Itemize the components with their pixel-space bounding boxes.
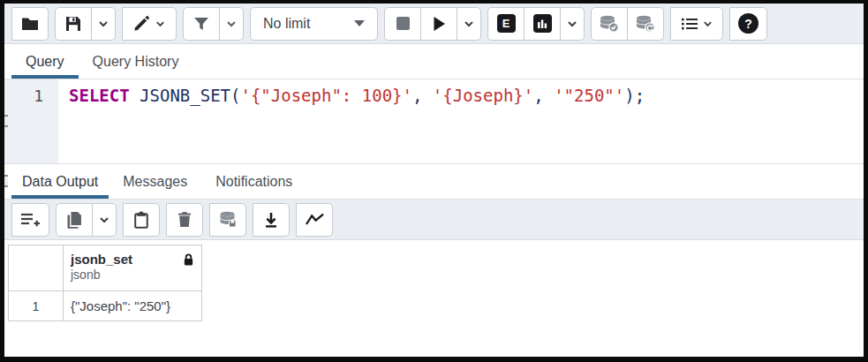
pencil-icon	[133, 15, 150, 32]
grid-header-row: jsonb_set jsonb	[9, 245, 202, 291]
tab-data-output-label: Data Output	[22, 174, 98, 190]
explain-analyze-button[interactable]	[524, 7, 561, 41]
database-save-icon	[219, 211, 237, 228]
screenshot-frame: No limit E	[0, 0, 868, 362]
add-row-button[interactable]	[11, 203, 49, 237]
row-number-header[interactable]	[9, 245, 64, 291]
edit-button[interactable]	[122, 7, 177, 41]
question-icon: ?	[738, 13, 759, 34]
caret-down-icon	[354, 20, 365, 26]
column-header-jsonb-set[interactable]: jsonb_set jsonb	[64, 245, 202, 291]
chevron-down-icon	[98, 20, 109, 27]
row-number-cell[interactable]: 1	[9, 291, 64, 321]
tab-query[interactable]: Query	[11, 44, 79, 79]
panel-grip	[4, 115, 8, 127]
column-type: jsonb	[71, 268, 194, 282]
chevron-down-icon	[99, 216, 109, 223]
tab-messages-label: Messages	[123, 174, 187, 190]
tab-query-history-label: Query History	[93, 54, 179, 70]
database-check-icon	[600, 15, 619, 33]
explain-e-icon: E	[497, 14, 516, 33]
results-panel: jsonb_set jsonb 1 {"Joseph": "250"}	[4, 240, 864, 357]
tab-notifications-label: Notifications	[215, 174, 292, 190]
sql-editor[interactable]: 1 SELECT JSONB_SET('{"Joseph": 100}', '{…	[4, 79, 864, 164]
row-limit-value: No limit	[263, 16, 310, 32]
stop-icon	[396, 16, 411, 31]
chevron-down-icon	[703, 20, 713, 27]
bar-chart-icon	[533, 14, 552, 33]
tab-messages[interactable]: Messages	[109, 164, 201, 199]
add-row-icon	[20, 212, 41, 227]
data-output-grid: jsonb_set jsonb 1 {"Joseph": "250"}	[8, 245, 202, 321]
graph-button[interactable]	[296, 203, 333, 237]
pgadmin-query-tool-window: No limit E	[4, 4, 864, 357]
lock-icon	[183, 253, 194, 267]
folder-icon	[21, 17, 39, 31]
copy-button[interactable]	[56, 203, 93, 237]
filter-button[interactable]	[183, 7, 220, 41]
save-options-button[interactable]	[91, 7, 116, 41]
copy-icon	[66, 211, 82, 229]
editor-tabbar: Query Query History	[4, 44, 864, 79]
sql-code-line[interactable]: SELECT JSONB_SET('{"Joseph": 100}', '{Jo…	[58, 79, 645, 163]
explain-button[interactable]: E	[487, 7, 525, 41]
row-limit-select[interactable]: No limit	[250, 7, 378, 41]
save-icon	[65, 16, 81, 32]
execute-options-button[interactable]	[457, 7, 481, 41]
panel-grip	[4, 175, 8, 187]
query-toolbar: No limit E	[4, 4, 864, 44]
results-toolbar	[4, 200, 864, 240]
copy-options-button[interactable]	[92, 203, 117, 237]
explain-options-button[interactable]	[560, 7, 585, 41]
database-rollback-icon	[636, 15, 655, 33]
commit-button[interactable]	[591, 7, 628, 41]
tab-data-output[interactable]: Data Output	[11, 164, 109, 199]
paste-icon	[134, 211, 148, 229]
open-file-button[interactable]	[11, 7, 49, 41]
play-icon	[433, 16, 446, 32]
filter-icon	[193, 17, 209, 31]
save-button[interactable]	[55, 7, 92, 41]
paste-button[interactable]	[123, 203, 160, 237]
chevron-down-icon	[226, 20, 237, 27]
trash-icon	[177, 211, 192, 228]
column-name: jsonb_set	[71, 252, 132, 267]
tab-notifications[interactable]: Notifications	[201, 164, 306, 199]
list-icon	[681, 17, 698, 31]
chevron-down-icon	[567, 20, 577, 27]
tab-query-history[interactable]: Query History	[79, 44, 193, 79]
rollback-button[interactable]	[627, 7, 664, 41]
line-number: 1	[34, 87, 43, 105]
graph-line-icon	[306, 213, 324, 226]
download-icon	[264, 212, 278, 228]
filter-options-button[interactable]	[219, 7, 244, 41]
tab-query-label: Query	[26, 54, 64, 70]
delete-button[interactable]	[166, 203, 203, 237]
execute-button[interactable]	[420, 7, 457, 41]
chevron-down-icon	[155, 20, 165, 27]
editor-gutter: 1	[4, 79, 58, 163]
output-tabbar: Data Output Messages Notifications	[4, 164, 864, 200]
table-row: 1 {"Joseph": "250"}	[9, 291, 202, 321]
macros-button[interactable]	[670, 7, 723, 41]
result-value-cell[interactable]: {"Joseph": "250"}	[64, 291, 202, 321]
save-data-button[interactable]	[209, 203, 246, 237]
save-results-button[interactable]	[253, 203, 290, 237]
chevron-down-icon	[464, 20, 474, 27]
help-button[interactable]: ?	[729, 7, 767, 41]
stop-button[interactable]	[384, 7, 421, 41]
